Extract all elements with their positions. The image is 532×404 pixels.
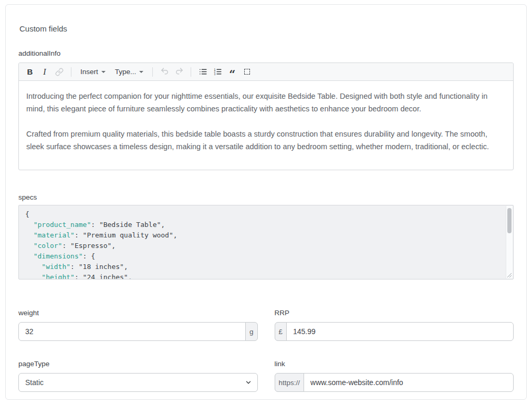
insert-dropdown-label: Insert xyxy=(80,68,98,76)
bullet-list-icon xyxy=(199,67,207,76)
weight-input[interactable] xyxy=(18,322,246,341)
weight-unit-addon: g xyxy=(245,322,258,341)
bold-button[interactable]: B xyxy=(23,65,37,79)
code-line: "dimensions": { xyxy=(25,251,500,262)
blockquote-button[interactable]: “ xyxy=(225,65,239,79)
type-dropdown[interactable]: Type... xyxy=(111,65,148,79)
weight-input-group: g xyxy=(18,322,258,341)
link-input-group: https:// xyxy=(275,373,514,392)
ordered-list-icon: 123 xyxy=(213,67,222,76)
chevron-down-icon xyxy=(139,71,143,73)
custom-fields-panel: Custom fields additionalInfo B I Insert … xyxy=(5,4,527,400)
panel-title: Custom fields xyxy=(19,24,514,33)
specs-label: specs xyxy=(18,193,514,202)
specs-textarea[interactable]: { "product_name": "Bedside Table", "mate… xyxy=(18,205,514,279)
link-button[interactable] xyxy=(53,65,66,79)
specs-code: { "product_name": "Bedside Table", "mate… xyxy=(19,205,513,279)
code-line: "color": "Espresso", xyxy=(25,241,500,251)
additional-info-label: additionalInfo xyxy=(18,49,514,58)
link-input[interactable] xyxy=(304,373,514,392)
pagetype-label: pageType xyxy=(18,360,258,368)
code-line: "product_name": "Bedside Table", xyxy=(25,220,500,230)
type-dropdown-label: Type... xyxy=(115,68,137,76)
undo-icon xyxy=(160,67,169,76)
rrp-field-group: RRP £ xyxy=(275,309,514,341)
toolbar-separator xyxy=(191,67,191,77)
editor-paragraph: Introducing the perfect companion for yo… xyxy=(26,90,506,115)
code-line: "width": "18 inches", xyxy=(25,262,500,272)
dashed-square-icon xyxy=(244,69,250,75)
redo-button[interactable] xyxy=(172,65,186,79)
editor-paragraph: Crafted from premium quality materials, … xyxy=(26,128,506,153)
svg-text:3: 3 xyxy=(214,73,215,76)
insert-dropdown[interactable]: Insert xyxy=(76,65,110,79)
undo-button[interactable] xyxy=(158,65,171,79)
currency-addon: £ xyxy=(275,322,287,341)
dashed-square-button[interactable] xyxy=(240,65,254,79)
weight-rrp-row: weight g RRP £ xyxy=(18,309,514,341)
editor-content[interactable]: Introducing the perfect companion for yo… xyxy=(19,81,513,170)
redo-icon xyxy=(175,67,184,76)
toolbar-separator xyxy=(152,67,153,77)
ordered-list-button[interactable]: 123 xyxy=(211,65,224,79)
link-field-group: link https:// xyxy=(275,360,514,392)
rich-text-editor: B I Insert Type... xyxy=(18,63,514,170)
rrp-input-group: £ xyxy=(275,322,514,341)
rrp-label: RRP xyxy=(275,309,514,317)
link-label: link xyxy=(275,360,514,368)
blockquote-icon: “ xyxy=(229,71,235,77)
resize-handle-icon[interactable] xyxy=(506,272,512,277)
protocol-addon: https:// xyxy=(275,373,305,392)
code-line: "material": "Premium quality wood", xyxy=(25,230,500,241)
code-line: "height": "24 inches", xyxy=(25,272,500,279)
pagetype-field-group: pageType Static xyxy=(18,360,258,392)
weight-field-group: weight g xyxy=(18,309,258,341)
link-icon xyxy=(55,68,64,76)
italic-button[interactable]: I xyxy=(38,65,51,79)
toolbar-separator xyxy=(71,67,71,77)
pagetype-select[interactable]: Static xyxy=(18,373,258,392)
weight-label: weight xyxy=(18,309,258,317)
pagetype-link-row: pageType Static link https:// xyxy=(18,360,514,392)
code-line: { xyxy=(25,209,500,220)
specs-scrollbar[interactable] xyxy=(506,206,513,278)
pagetype-select-wrap: Static xyxy=(18,373,258,392)
scrollbar-thumb[interactable] xyxy=(507,208,512,233)
chevron-down-icon xyxy=(101,71,106,73)
editor-toolbar: B I Insert Type... xyxy=(19,63,513,81)
bullet-list-button[interactable] xyxy=(196,65,210,79)
rrp-input[interactable] xyxy=(286,322,514,341)
